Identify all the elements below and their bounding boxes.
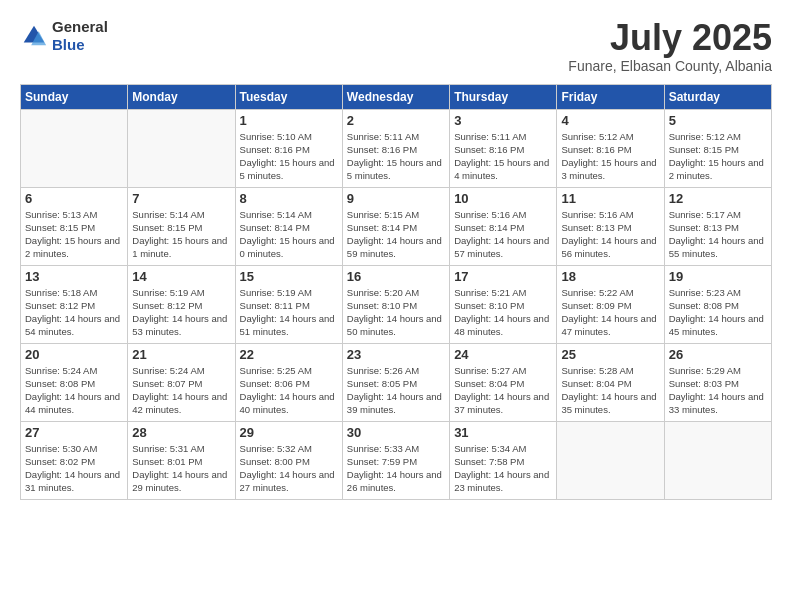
table-row: 18 Sunrise: 5:22 AMSunset: 8:09 PMDaylig… bbox=[557, 265, 664, 343]
day-number: 21 bbox=[132, 347, 230, 362]
day-number: 25 bbox=[561, 347, 659, 362]
col-thursday: Thursday bbox=[450, 84, 557, 109]
calendar-week-row: 6 Sunrise: 5:13 AMSunset: 8:15 PMDayligh… bbox=[21, 187, 772, 265]
day-number: 1 bbox=[240, 113, 338, 128]
day-detail: Sunrise: 5:22 AMSunset: 8:09 PMDaylight:… bbox=[561, 287, 656, 338]
day-detail: Sunrise: 5:20 AMSunset: 8:10 PMDaylight:… bbox=[347, 287, 442, 338]
day-detail: Sunrise: 5:17 AMSunset: 8:13 PMDaylight:… bbox=[669, 209, 764, 260]
table-row: 17 Sunrise: 5:21 AMSunset: 8:10 PMDaylig… bbox=[450, 265, 557, 343]
month-title: July 2025 bbox=[568, 18, 772, 58]
table-row: 27 Sunrise: 5:30 AMSunset: 8:02 PMDaylig… bbox=[21, 421, 128, 499]
table-row: 26 Sunrise: 5:29 AMSunset: 8:03 PMDaylig… bbox=[664, 343, 771, 421]
day-number: 18 bbox=[561, 269, 659, 284]
day-detail: Sunrise: 5:31 AMSunset: 8:01 PMDaylight:… bbox=[132, 443, 227, 494]
day-number: 6 bbox=[25, 191, 123, 206]
day-detail: Sunrise: 5:30 AMSunset: 8:02 PMDaylight:… bbox=[25, 443, 120, 494]
day-detail: Sunrise: 5:27 AMSunset: 8:04 PMDaylight:… bbox=[454, 365, 549, 416]
day-detail: Sunrise: 5:32 AMSunset: 8:00 PMDaylight:… bbox=[240, 443, 335, 494]
col-tuesday: Tuesday bbox=[235, 84, 342, 109]
day-number: 4 bbox=[561, 113, 659, 128]
day-detail: Sunrise: 5:18 AMSunset: 8:12 PMDaylight:… bbox=[25, 287, 120, 338]
day-detail: Sunrise: 5:26 AMSunset: 8:05 PMDaylight:… bbox=[347, 365, 442, 416]
table-row bbox=[664, 421, 771, 499]
day-detail: Sunrise: 5:24 AMSunset: 8:07 PMDaylight:… bbox=[132, 365, 227, 416]
calendar-week-row: 20 Sunrise: 5:24 AMSunset: 8:08 PMDaylig… bbox=[21, 343, 772, 421]
logo: General Blue bbox=[20, 18, 108, 54]
day-number: 24 bbox=[454, 347, 552, 362]
day-detail: Sunrise: 5:16 AMSunset: 8:14 PMDaylight:… bbox=[454, 209, 549, 260]
table-row: 31 Sunrise: 5:34 AMSunset: 7:58 PMDaylig… bbox=[450, 421, 557, 499]
table-row: 5 Sunrise: 5:12 AMSunset: 8:15 PMDayligh… bbox=[664, 109, 771, 187]
day-number: 19 bbox=[669, 269, 767, 284]
day-detail: Sunrise: 5:14 AMSunset: 8:15 PMDaylight:… bbox=[132, 209, 227, 260]
day-detail: Sunrise: 5:34 AMSunset: 7:58 PMDaylight:… bbox=[454, 443, 549, 494]
day-detail: Sunrise: 5:21 AMSunset: 8:10 PMDaylight:… bbox=[454, 287, 549, 338]
calendar-table: Sunday Monday Tuesday Wednesday Thursday… bbox=[20, 84, 772, 500]
day-number: 3 bbox=[454, 113, 552, 128]
table-row: 6 Sunrise: 5:13 AMSunset: 8:15 PMDayligh… bbox=[21, 187, 128, 265]
table-row: 14 Sunrise: 5:19 AMSunset: 8:12 PMDaylig… bbox=[128, 265, 235, 343]
table-row: 4 Sunrise: 5:12 AMSunset: 8:16 PMDayligh… bbox=[557, 109, 664, 187]
day-number: 14 bbox=[132, 269, 230, 284]
day-detail: Sunrise: 5:19 AMSunset: 8:12 PMDaylight:… bbox=[132, 287, 227, 338]
day-detail: Sunrise: 5:15 AMSunset: 8:14 PMDaylight:… bbox=[347, 209, 442, 260]
day-number: 13 bbox=[25, 269, 123, 284]
day-detail: Sunrise: 5:12 AMSunset: 8:15 PMDaylight:… bbox=[669, 131, 764, 182]
table-row bbox=[557, 421, 664, 499]
day-number: 12 bbox=[669, 191, 767, 206]
table-row: 10 Sunrise: 5:16 AMSunset: 8:14 PMDaylig… bbox=[450, 187, 557, 265]
table-row: 19 Sunrise: 5:23 AMSunset: 8:08 PMDaylig… bbox=[664, 265, 771, 343]
table-row: 23 Sunrise: 5:26 AMSunset: 8:05 PMDaylig… bbox=[342, 343, 449, 421]
day-detail: Sunrise: 5:11 AMSunset: 8:16 PMDaylight:… bbox=[347, 131, 442, 182]
table-row: 12 Sunrise: 5:17 AMSunset: 8:13 PMDaylig… bbox=[664, 187, 771, 265]
day-number: 8 bbox=[240, 191, 338, 206]
day-detail: Sunrise: 5:25 AMSunset: 8:06 PMDaylight:… bbox=[240, 365, 335, 416]
day-detail: Sunrise: 5:12 AMSunset: 8:16 PMDaylight:… bbox=[561, 131, 656, 182]
day-detail: Sunrise: 5:24 AMSunset: 8:08 PMDaylight:… bbox=[25, 365, 120, 416]
col-friday: Friday bbox=[557, 84, 664, 109]
table-row: 9 Sunrise: 5:15 AMSunset: 8:14 PMDayligh… bbox=[342, 187, 449, 265]
day-number: 23 bbox=[347, 347, 445, 362]
table-row: 21 Sunrise: 5:24 AMSunset: 8:07 PMDaylig… bbox=[128, 343, 235, 421]
table-row: 11 Sunrise: 5:16 AMSunset: 8:13 PMDaylig… bbox=[557, 187, 664, 265]
calendar-header-row: Sunday Monday Tuesday Wednesday Thursday… bbox=[21, 84, 772, 109]
day-detail: Sunrise: 5:16 AMSunset: 8:13 PMDaylight:… bbox=[561, 209, 656, 260]
col-saturday: Saturday bbox=[664, 84, 771, 109]
table-row: 7 Sunrise: 5:14 AMSunset: 8:15 PMDayligh… bbox=[128, 187, 235, 265]
table-row: 28 Sunrise: 5:31 AMSunset: 8:01 PMDaylig… bbox=[128, 421, 235, 499]
day-number: 27 bbox=[25, 425, 123, 440]
day-detail: Sunrise: 5:14 AMSunset: 8:14 PMDaylight:… bbox=[240, 209, 335, 260]
page: General Blue July 2025 Funare, Elbasan C… bbox=[0, 0, 792, 612]
day-number: 20 bbox=[25, 347, 123, 362]
table-row: 29 Sunrise: 5:32 AMSunset: 8:00 PMDaylig… bbox=[235, 421, 342, 499]
table-row bbox=[21, 109, 128, 187]
table-row: 22 Sunrise: 5:25 AMSunset: 8:06 PMDaylig… bbox=[235, 343, 342, 421]
table-row: 1 Sunrise: 5:10 AMSunset: 8:16 PMDayligh… bbox=[235, 109, 342, 187]
day-detail: Sunrise: 5:23 AMSunset: 8:08 PMDaylight:… bbox=[669, 287, 764, 338]
day-number: 2 bbox=[347, 113, 445, 128]
day-number: 22 bbox=[240, 347, 338, 362]
day-detail: Sunrise: 5:29 AMSunset: 8:03 PMDaylight:… bbox=[669, 365, 764, 416]
day-number: 5 bbox=[669, 113, 767, 128]
table-row: 13 Sunrise: 5:18 AMSunset: 8:12 PMDaylig… bbox=[21, 265, 128, 343]
logo-text: General Blue bbox=[52, 18, 108, 54]
day-detail: Sunrise: 5:11 AMSunset: 8:16 PMDaylight:… bbox=[454, 131, 549, 182]
col-monday: Monday bbox=[128, 84, 235, 109]
col-sunday: Sunday bbox=[21, 84, 128, 109]
col-wednesday: Wednesday bbox=[342, 84, 449, 109]
table-row bbox=[128, 109, 235, 187]
table-row: 3 Sunrise: 5:11 AMSunset: 8:16 PMDayligh… bbox=[450, 109, 557, 187]
calendar-week-row: 13 Sunrise: 5:18 AMSunset: 8:12 PMDaylig… bbox=[21, 265, 772, 343]
location-title: Funare, Elbasan County, Albania bbox=[568, 58, 772, 74]
table-row: 20 Sunrise: 5:24 AMSunset: 8:08 PMDaylig… bbox=[21, 343, 128, 421]
day-number: 26 bbox=[669, 347, 767, 362]
day-number: 9 bbox=[347, 191, 445, 206]
day-detail: Sunrise: 5:10 AMSunset: 8:16 PMDaylight:… bbox=[240, 131, 335, 182]
day-number: 30 bbox=[347, 425, 445, 440]
table-row: 24 Sunrise: 5:27 AMSunset: 8:04 PMDaylig… bbox=[450, 343, 557, 421]
logo-blue-text: Blue bbox=[52, 36, 85, 53]
table-row: 15 Sunrise: 5:19 AMSunset: 8:11 PMDaylig… bbox=[235, 265, 342, 343]
header: General Blue July 2025 Funare, Elbasan C… bbox=[20, 18, 772, 74]
table-row: 25 Sunrise: 5:28 AMSunset: 8:04 PMDaylig… bbox=[557, 343, 664, 421]
day-number: 28 bbox=[132, 425, 230, 440]
